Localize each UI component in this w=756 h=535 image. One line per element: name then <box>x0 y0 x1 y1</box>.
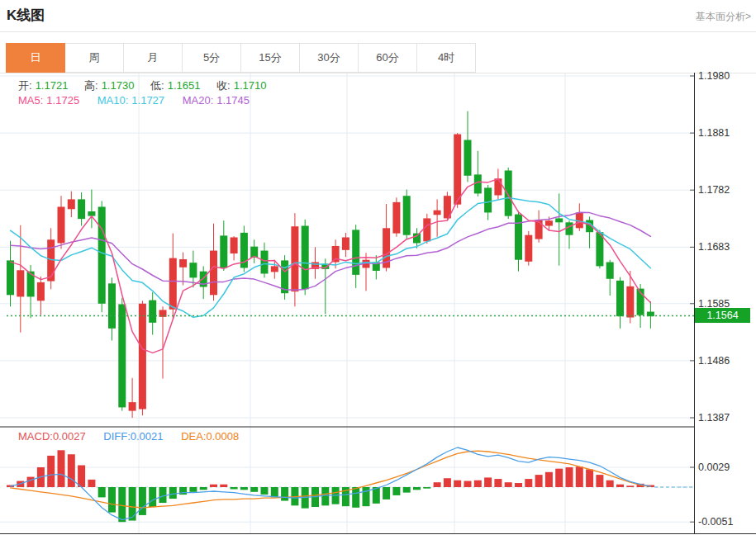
kline-app: K线图 基本面分析> 日周月5分15分30分60分4时 开:1.1721 高:1… <box>0 0 756 535</box>
ma10-line <box>11 198 651 318</box>
price-axis-label-1: 1.1881 <box>698 127 730 139</box>
tab-period-1[interactable]: 周 <box>64 43 124 73</box>
open-value: 1.1721 <box>36 79 69 92</box>
low-value: 1.1651 <box>168 79 201 92</box>
high-label: 高: <box>84 79 98 92</box>
tab-period-6[interactable]: 60分 <box>358 43 417 73</box>
tab-period-4[interactable]: 15分 <box>240 43 300 73</box>
tab-period-0[interactable]: 日 <box>6 43 65 73</box>
tab-period-5[interactable]: 30分 <box>299 43 359 73</box>
price-axis-label-6: 1.1387 <box>698 412 730 424</box>
price-axis-label-5: 1.1486 <box>698 355 730 367</box>
diff-value: 0.0021 <box>131 430 164 443</box>
diff-line <box>11 447 651 520</box>
ma10-label: MA10: <box>97 94 129 107</box>
macd-axis-label-0: 0.0029 <box>698 462 730 473</box>
macd-axis-label-1: -0.0051 <box>698 516 733 528</box>
open-label: 开: <box>18 79 32 92</box>
high-value: 1.1730 <box>102 79 135 92</box>
low-label: 低: <box>150 79 164 92</box>
ma5-value: 1.1725 <box>46 94 79 107</box>
tab-period-7[interactable]: 4时 <box>416 43 476 73</box>
page-title: K线图 <box>7 6 45 25</box>
header-divider <box>0 31 756 32</box>
period-tabbar: 日周月5分15分30分60分4时 <box>7 43 476 73</box>
ma10-value: 1.1727 <box>131 94 164 107</box>
fundamental-analysis-link[interactable]: 基本面分析> <box>696 10 751 24</box>
dea-value: 0.0008 <box>207 430 240 443</box>
diff-label: DIFF: <box>103 430 131 443</box>
macd-value: 0.0027 <box>53 430 86 443</box>
tab-period-3[interactable]: 5分 <box>182 43 241 73</box>
ohlc-info-bar: 开:1.1721 高:1.1730 低:1.1651 收:1.1710 <box>18 78 269 93</box>
ma20-line <box>11 212 651 290</box>
price-axis-label-3: 1.1683 <box>698 241 730 253</box>
ma5-line <box>11 179 651 353</box>
dea-label: DEA: <box>181 430 206 443</box>
macd-bars <box>7 450 654 522</box>
close-label: 收: <box>216 79 231 92</box>
ma5-label: MA5: <box>18 94 43 107</box>
current-price-tag: 1.1564 <box>695 308 750 323</box>
price-axis-label-2: 1.1782 <box>698 184 730 196</box>
dea-line <box>11 451 651 508</box>
ma20-value: 1.1745 <box>216 94 250 107</box>
macd-label: MACD: <box>18 430 53 443</box>
price-axis-label-0: 1.1980 <box>698 70 730 82</box>
macd-info-bar: MACD:0.0027 DIFF:0.0021 DEA:0.0008 <box>18 430 239 443</box>
tab-period-2[interactable]: 月 <box>123 43 183 73</box>
ma20-label: MA20: <box>183 94 214 107</box>
kline-chart-canvas[interactable] <box>0 73 756 535</box>
close-value: 1.1710 <box>234 79 267 92</box>
axis-ticks <box>690 76 694 522</box>
ma-info-bar: MA5:1.1725 MA10:1.1727 MA20:1.1745 <box>18 94 253 107</box>
